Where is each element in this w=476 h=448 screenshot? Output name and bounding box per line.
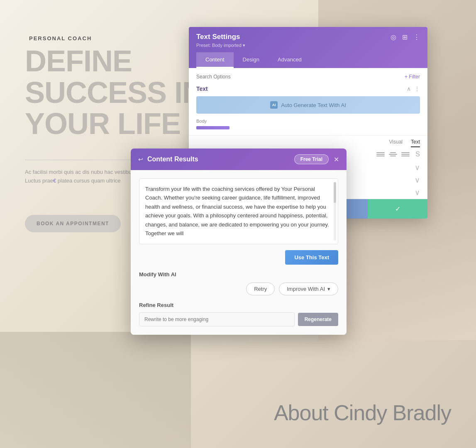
- refine-row: Regenerate: [139, 312, 338, 326]
- confirm-button[interactable]: ✓: [368, 199, 427, 219]
- improve-with-ai-button[interactable]: Improve With AI ▾: [279, 282, 338, 295]
- modal-title: Content Results: [147, 156, 198, 163]
- chevron-down-icon-1[interactable]: ∨: [415, 163, 420, 172]
- tab-visual[interactable]: Visual: [389, 139, 403, 147]
- retry-button[interactable]: Retry: [246, 282, 275, 295]
- use-this-text-button[interactable]: Use This Text: [285, 250, 338, 265]
- chevron-down-icon-3[interactable]: ∨: [415, 188, 420, 197]
- section-dots-icon[interactable]: ⋮: [414, 85, 420, 92]
- scrollbar-thumb: [334, 182, 336, 203]
- ai-generate-button[interactable]: AI Auto Generate Text With AI: [196, 96, 420, 114]
- tab-text[interactable]: Text: [411, 139, 420, 147]
- content-results-modal: ↩ Content Results Free Trial ✕ Transform…: [131, 149, 347, 335]
- body-label: Body: [196, 119, 420, 124]
- headline-line1: DEFINE: [25, 46, 203, 77]
- headline-line2: SUCCESS IN: [25, 77, 203, 109]
- result-text: Transform your life with the coaching se…: [145, 186, 329, 236]
- modify-section: Modify With AI Retry Improve With AI ▾: [139, 271, 338, 295]
- settings-circle-icon[interactable]: ◎: [391, 33, 396, 41]
- refine-section: Refine Result Regenerate: [139, 302, 338, 326]
- free-trial-badge[interactable]: Free Trial: [294, 154, 329, 164]
- panel-body: + Filter Text ∧ ⋮ AI Auto Generate Text …: [189, 68, 427, 135]
- text-preview-strip: [196, 126, 229, 129]
- headline-line3: YOUR LIFE: [25, 108, 203, 140]
- panel-preset: Preset: Body imported ▾: [196, 43, 420, 48]
- background-bottom-left: [0, 332, 191, 448]
- result-text-box: Transform your life with the coaching se…: [139, 178, 338, 244]
- modify-buttons: Retry Improve With AI ▾: [139, 282, 338, 295]
- improve-label: Improve With AI: [287, 286, 325, 292]
- panel-header-top: Text Settings ◎ ⊞ ⋮: [196, 33, 420, 41]
- dots-menu-icon[interactable]: ⋮: [413, 33, 420, 41]
- panel-title: Text Settings: [196, 33, 240, 41]
- modify-label: Modify With AI: [139, 271, 338, 278]
- text-section-title: Text: [196, 85, 208, 92]
- personal-coach-label: PERSONAL COACH: [29, 35, 92, 41]
- grid-icon[interactable]: ⊞: [402, 33, 408, 41]
- chevron-up-icon[interactable]: ∧: [407, 85, 411, 92]
- chevron-down-icon-2[interactable]: ∨: [415, 175, 420, 185]
- filter-button[interactable]: + Filter: [405, 74, 420, 80]
- modal-header: ↩ Content Results Free Trial ✕: [131, 149, 347, 170]
- visual-text-row: Visual Text: [189, 135, 427, 147]
- improve-chevron-icon: ▾: [327, 286, 330, 292]
- tab-advanced[interactable]: Advanced: [269, 52, 311, 68]
- tab-content[interactable]: Content: [196, 52, 234, 68]
- refine-input[interactable]: [139, 312, 295, 326]
- search-options-row: + Filter: [196, 74, 420, 80]
- back-arrow-icon[interactable]: ↩: [138, 156, 143, 163]
- text-section-header: Text ∧ ⋮: [196, 85, 420, 92]
- refine-label: Refine Result: [139, 302, 338, 308]
- modal-header-right: Free Trial ✕: [294, 154, 339, 164]
- ai-generate-label: Auto Generate Text With AI: [281, 102, 346, 108]
- book-appointment-button[interactable]: BOOK AN APPOINTMENT: [25, 215, 121, 232]
- use-this-text-row: Use This Text: [139, 250, 338, 265]
- align-left-icon[interactable]: [376, 151, 385, 158]
- modal-header-left: ↩ Content Results: [138, 156, 198, 163]
- section-icons: ∧ ⋮: [407, 85, 420, 92]
- panel-header: Text Settings ◎ ⊞ ⋮ Preset: Body importe…: [189, 27, 427, 68]
- ai-icon: AI: [270, 101, 278, 109]
- regenerate-button[interactable]: Regenerate: [298, 313, 338, 326]
- dollar-icon[interactable]: S: [415, 151, 420, 158]
- tab-design[interactable]: Design: [234, 52, 269, 68]
- headline: DEFINE SUCCESS IN YOUR LIFE: [25, 46, 203, 140]
- align-grid-icon[interactable]: [401, 151, 410, 158]
- modal-body: Transform your life with the coaching se…: [131, 170, 347, 335]
- panel-tabs: Content Design Advanced: [196, 52, 420, 68]
- search-options-input[interactable]: [196, 74, 405, 80]
- about-cindy-bradly: About Cindy Bradly: [274, 400, 451, 425]
- panel-header-icons: ◎ ⊞ ⋮: [391, 33, 420, 41]
- result-scrollbar[interactable]: [334, 182, 336, 241]
- align-center-icon[interactable]: [389, 151, 397, 158]
- modal-close-button[interactable]: ✕: [334, 156, 339, 163]
